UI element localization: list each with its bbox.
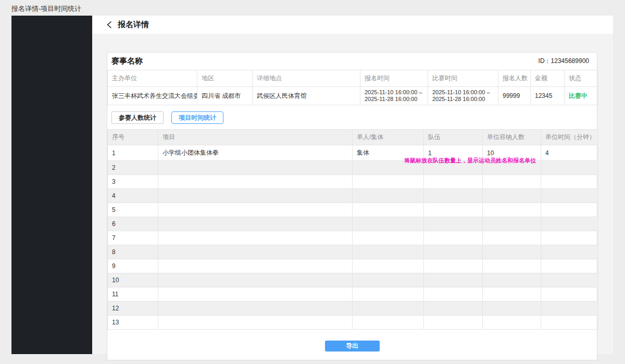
cell-unit-capacity — [483, 217, 541, 231]
col-project: 项目 — [158, 130, 353, 145]
window-label: 报名详情-项目时间统计 — [11, 4, 81, 14]
sidebar — [11, 16, 92, 354]
export-button[interactable]: 导出 — [325, 341, 380, 352]
cell-signup-time: 2025-11-10 16:00:00 – 2025-11-28 16:00:0… — [360, 87, 428, 105]
col-unit-capacity: 单位容纳人数 — [483, 130, 541, 145]
cell-project: 小学组小团体集体拳 — [158, 145, 353, 161]
page-header: 报名详情 — [92, 16, 613, 34]
cell-teams — [424, 175, 483, 189]
cell-project — [158, 203, 353, 217]
table-row: 5 — [108, 203, 598, 217]
table-row: 10 — [108, 273, 598, 287]
cell-unit-capacity — [483, 203, 541, 217]
cell-unit-capacity — [483, 175, 541, 189]
cell-region: 四川省 成都市 — [197, 87, 253, 105]
cell-solo-group: 集体 — [353, 145, 424, 161]
table-row: 11 — [108, 287, 598, 302]
cell-project — [158, 316, 353, 330]
cell-unit-minutes — [541, 316, 598, 330]
cell-project — [158, 217, 353, 231]
event-id-value: 12345689900 — [551, 57, 589, 65]
event-name-title: 赛事名称 — [111, 56, 143, 66]
table-row: 1 小学组小团体集体拳 集体 1 10 4 — [108, 145, 598, 161]
cell-solo-group — [353, 273, 424, 287]
export-row: 导出 — [107, 341, 597, 352]
cell-solo-group — [353, 259, 424, 273]
table-row: 3 — [108, 175, 598, 189]
cell-unit-capacity — [483, 161, 541, 175]
cell-unit-capacity — [483, 287, 541, 302]
info-table-header-row: 主办单位 地区 详细地点 报名时间 比赛时间 报名人数 金额 状态 — [108, 70, 598, 87]
table-row: 13 — [108, 316, 598, 330]
project-time-table: 序号 项目 单人/集体 队伍 单位容纳人数 单位时间（分钟） 1 小学组小团体集… — [107, 129, 598, 330]
table-row: 6 — [108, 217, 598, 231]
cell-seq: 8 — [108, 245, 158, 259]
cell-unit-capacity — [483, 231, 541, 245]
app-window: 报名详情 赛事名称 ID：12345689900 主办单位 地区 详细地点 报名… — [11, 16, 613, 354]
cell-project — [158, 189, 353, 203]
col-signup-count: 报名人数 — [498, 70, 531, 87]
cell-solo-group — [353, 217, 424, 231]
cell-signup-count: 99999 — [498, 87, 531, 105]
col-signup-time: 报名时间 — [360, 70, 428, 87]
cell-project — [158, 231, 353, 245]
tab-participant-count-stats[interactable]: 参赛人数统计 — [111, 111, 164, 124]
cell-project — [158, 273, 353, 287]
col-status: 状态 — [565, 70, 598, 87]
cell-solo-group — [353, 245, 424, 259]
cell-unit-minutes — [541, 302, 598, 316]
table-row: 12 — [108, 302, 598, 316]
cell-seq: 3 — [108, 175, 158, 189]
stat-tabs: 参赛人数统计 项目时间统计 — [111, 111, 597, 124]
cell-unit-minutes — [541, 231, 598, 245]
cell-teams[interactable]: 1 — [424, 145, 483, 161]
cell-teams — [424, 273, 483, 287]
cell-unit-minutes: 4 — [541, 145, 598, 161]
table-row: 4 — [108, 189, 598, 203]
cell-teams — [424, 259, 483, 273]
status-badge: 比赛中 — [569, 92, 588, 99]
back-button[interactable] — [106, 21, 112, 29]
cell-match-time: 2025-11-10 16:00:00 – 2025-11-28 16:00:0… — [428, 87, 498, 105]
cell-unit-minutes — [541, 203, 598, 217]
cell-unit-minutes — [541, 259, 598, 273]
cell-solo-group — [353, 161, 424, 175]
cell-seq: 5 — [108, 203, 158, 217]
col-amount: 金额 — [531, 70, 565, 87]
main-area: 报名详情 赛事名称 ID：12345689900 主办单位 地区 详细地点 报名… — [92, 16, 613, 354]
cell-seq: 7 — [108, 231, 158, 245]
cell-teams — [424, 189, 483, 203]
cell-unit-minutes — [541, 161, 598, 175]
cell-unit-minutes — [541, 245, 598, 259]
cell-unit-capacity — [483, 273, 541, 287]
cell-project — [158, 175, 353, 189]
cell-teams — [424, 217, 483, 231]
table-row: 9 — [108, 259, 598, 273]
cell-unit-capacity — [483, 316, 541, 330]
cell-seq: 12 — [108, 302, 158, 316]
cell-unit-capacity: 10 — [483, 145, 541, 161]
cell-unit-minutes — [541, 287, 598, 302]
cell-unit-minutes — [541, 217, 598, 231]
cell-status: 比赛中 — [565, 87, 598, 105]
tab-project-time-stats[interactable]: 项目时间统计 — [171, 111, 223, 124]
cell-unit-minutes — [541, 273, 598, 287]
cell-unit-minutes — [541, 175, 598, 189]
cell-teams — [424, 287, 483, 302]
cell-seq: 13 — [108, 316, 158, 330]
cell-solo-group — [353, 203, 424, 217]
cell-solo-group — [353, 316, 424, 330]
cell-teams — [424, 302, 483, 316]
cell-unit-capacity — [483, 302, 541, 316]
cell-teams — [424, 231, 483, 245]
cell-teams — [424, 203, 483, 217]
event-info-row: 张三丰杯武术养生交流大会组委会 四川省 成都市 武侯区人民体育馆 2025-11… — [108, 87, 598, 105]
cell-project — [158, 259, 353, 273]
col-organizer: 主办单位 — [108, 70, 197, 87]
col-region: 地区 — [197, 70, 253, 87]
cell-unit-capacity — [483, 245, 541, 259]
col-solo-group: 单人/集体 — [353, 130, 424, 145]
cell-solo-group — [353, 302, 424, 316]
cell-project — [158, 245, 353, 259]
event-id: ID：12345689900 — [539, 57, 589, 66]
